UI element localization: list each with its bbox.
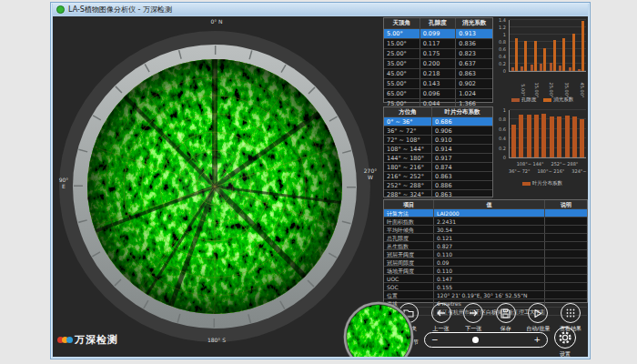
table-row[interactable]: 35.00°0.2000.637 bbox=[384, 59, 492, 69]
table-row[interactable]: SOC0.155 bbox=[384, 283, 587, 291]
table-row[interactable]: 15.00°0.1170.836 bbox=[384, 39, 492, 49]
slider-handle[interactable] bbox=[472, 337, 479, 343]
thumbnail-preview[interactable] bbox=[342, 300, 415, 357]
table-row[interactable]: 55.00°0.1430.902 bbox=[384, 79, 492, 89]
table-cell: 0.175 bbox=[420, 49, 457, 58]
table-row[interactable]: 丛生指数0.827 bbox=[384, 242, 587, 250]
table-cell: 0.823 bbox=[456, 49, 492, 58]
table-cell: 0.110 bbox=[434, 267, 545, 274]
table-cell: 叶片分布系数 bbox=[432, 107, 492, 116]
fisheye-canopy-image[interactable] bbox=[59, 31, 370, 342]
table-row[interactable]: 总孔隙度0.121 bbox=[384, 234, 587, 242]
table-cell: 180° ~ 216° bbox=[384, 163, 432, 171]
table-cell: 0.874 bbox=[432, 163, 492, 171]
bar bbox=[540, 64, 542, 71]
brand-logo: 万深检测 bbox=[57, 333, 118, 347]
table-row[interactable]: 180° ~ 216°0.874 bbox=[384, 163, 492, 172]
table-cell bbox=[545, 242, 587, 249]
table-row[interactable]: 0° ~ 36°0.686 bbox=[384, 117, 492, 126]
legend-item: 消光系数 bbox=[543, 96, 573, 103]
compass-label-east: 90°E bbox=[55, 177, 73, 189]
table-cell: 计算方法 bbox=[384, 209, 434, 217]
bar bbox=[581, 21, 584, 71]
bar bbox=[557, 116, 561, 157]
table-cell: 位置 bbox=[384, 291, 434, 298]
table-cell bbox=[545, 226, 587, 233]
logo-icon bbox=[57, 337, 71, 343]
slider-minus-button[interactable]: − bbox=[431, 335, 439, 345]
table-cell: 0.218 bbox=[420, 69, 457, 78]
play-icon bbox=[533, 308, 542, 318]
table-row[interactable]: 5.00°0.0990.913 bbox=[384, 29, 492, 39]
table-cell: 0.917 bbox=[432, 154, 492, 162]
table-row[interactable]: 计算方法LAI2000 bbox=[384, 209, 587, 217]
porosity-extinction-chart: 00.20.40.60.811.21.4 5.00°15.00°25.00°35… bbox=[497, 17, 588, 105]
bar bbox=[534, 41, 537, 71]
table-row[interactable]: 216° ~ 252°0.863 bbox=[384, 172, 492, 181]
bar bbox=[550, 63, 552, 71]
auto-batch-button[interactable]: 自动/批量 bbox=[522, 303, 553, 333]
table-cell: 216° ~ 252° bbox=[384, 172, 432, 180]
chart2-y-axis: 00.20.40.60.81 bbox=[497, 110, 508, 157]
table-row[interactable]: 位置120° 21' 0.19"E, 30° 16' 52.55"N bbox=[384, 291, 587, 299]
table-cell: 0.09 bbox=[434, 258, 545, 266]
chart2-plot bbox=[509, 110, 586, 158]
bar bbox=[534, 115, 539, 158]
settings-label: 设置 bbox=[551, 350, 579, 357]
table-cell: 15.00° bbox=[384, 39, 420, 48]
table-row[interactable]: 65.00°0.0961.024 bbox=[384, 89, 492, 99]
table-cell: 108° ~ 144° bbox=[384, 145, 432, 153]
titlebar[interactable]: LA-S植物图像分析仪 - 万深检测 bbox=[53, 4, 588, 15]
bar bbox=[550, 116, 554, 157]
table-cell: 0.902 bbox=[456, 79, 492, 88]
table-row[interactable]: 场地开阔度0.110 bbox=[384, 267, 587, 275]
table-cell: 0.686 bbox=[432, 117, 492, 126]
chart2-legend: 叶片分布系数 bbox=[497, 180, 588, 187]
table-cell bbox=[545, 217, 587, 225]
bar bbox=[519, 115, 523, 157]
table-row[interactable]: 252° ~ 288°0.886 bbox=[384, 181, 492, 190]
settings-button[interactable] bbox=[554, 327, 576, 349]
bar bbox=[541, 114, 546, 157]
table-cell bbox=[545, 258, 587, 266]
table-row[interactable]: 冠层间隙度0.09 bbox=[384, 258, 587, 267]
table-row[interactable]: 108° ~ 144°0.914 bbox=[384, 145, 492, 154]
table-cell: 0.906 bbox=[432, 126, 492, 135]
table-cell: 值 bbox=[434, 200, 545, 208]
table-row[interactable]: UOC0.147 bbox=[384, 275, 587, 283]
table-row[interactable]: 36° ~ 72°0.906 bbox=[384, 126, 492, 136]
table-cell: 1.024 bbox=[456, 89, 492, 98]
table-row[interactable]: 288° ~ 324°0.863 bbox=[384, 190, 492, 199]
table-row[interactable]: 叶面积指数2.2431 bbox=[384, 217, 587, 226]
logo-text: 万深检测 bbox=[75, 333, 118, 347]
gear-icon bbox=[558, 330, 572, 345]
segmentation-slider[interactable]: − + bbox=[424, 332, 548, 348]
slider-plus-button[interactable]: + bbox=[533, 335, 541, 345]
save-button[interactable]: 保存 bbox=[490, 303, 521, 333]
table-row[interactable]: 冠层开阔度0.110 bbox=[384, 250, 587, 258]
table-cell: 0.863 bbox=[432, 172, 492, 180]
next-image-button[interactable]: 下一张 bbox=[458, 303, 489, 333]
table-cell bbox=[545, 291, 587, 298]
table-cell: 冠层间隙度 bbox=[384, 258, 434, 266]
table-cell: 天顶角 bbox=[384, 18, 420, 28]
table-cell: 0.910 bbox=[432, 136, 492, 144]
table-row[interactable]: 72° ~ 108°0.910 bbox=[384, 136, 492, 145]
table-header-row: 项目值说明 bbox=[384, 200, 587, 209]
table-row[interactable]: 平均叶倾角30.54 bbox=[384, 226, 587, 234]
table-row[interactable]: 45.00°0.2180.863 bbox=[384, 69, 492, 79]
table-cell: 0.863 bbox=[432, 190, 492, 198]
bar bbox=[565, 116, 570, 157]
table-cell: 144° ~ 180° bbox=[384, 154, 432, 162]
table-row[interactable]: 144° ~ 180°0.917 bbox=[384, 154, 492, 163]
save-icon bbox=[500, 308, 511, 318]
previous-image-button[interactable]: 上一张 bbox=[426, 303, 457, 333]
table-row[interactable]: 25.00°0.1750.823 bbox=[384, 49, 492, 59]
bar bbox=[578, 69, 581, 71]
compass-label-west: 270°W bbox=[359, 167, 382, 180]
bar bbox=[580, 119, 584, 157]
table-cell: 0.117 bbox=[420, 39, 457, 48]
bar bbox=[553, 40, 556, 72]
bar bbox=[527, 115, 531, 157]
table-cell: 2.2431 bbox=[434, 217, 545, 225]
